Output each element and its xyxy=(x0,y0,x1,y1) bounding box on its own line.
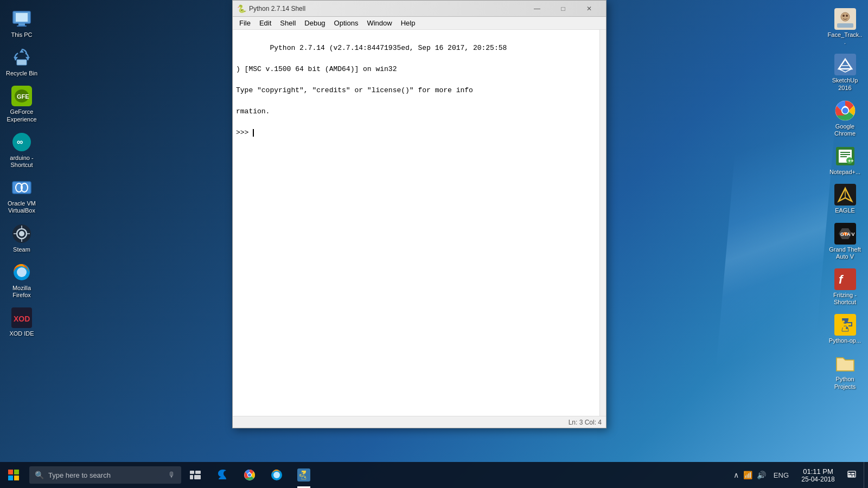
output-line3: Type "copyright", "credits" or "license(… xyxy=(236,86,473,94)
desktop-icon-steam[interactable]: Steam xyxy=(2,220,42,256)
svg-point-42 xyxy=(843,320,845,323)
desktop-icon-this-pc[interactable]: This PC xyxy=(2,5,42,41)
volume-icon[interactable]: 🔊 xyxy=(757,471,766,479)
notepad-icon: ++ xyxy=(834,145,856,167)
menu-window[interactable]: Window xyxy=(362,18,396,28)
oracle-icon xyxy=(11,177,33,198)
menu-options[interactable]: Options xyxy=(330,18,363,28)
svg-text:GTA V: GTA V xyxy=(840,232,855,237)
menu-shell[interactable]: Shell xyxy=(276,18,300,28)
task-view-button[interactable] xyxy=(183,462,207,488)
svg-rect-48 xyxy=(190,471,194,474)
window-statusbar: Ln: 3 Col: 4 xyxy=(233,416,606,428)
fritzing-label: Fritzing - Shortcut xyxy=(827,292,863,306)
svg-rect-49 xyxy=(195,471,201,474)
desktop-icon-geforce[interactable]: GFE GeForce Experience xyxy=(2,82,42,125)
chrome-label: Google Chrome xyxy=(827,123,863,137)
svg-point-28 xyxy=(842,107,848,113)
menu-edit[interactable]: Edit xyxy=(255,18,276,28)
cursor xyxy=(253,129,254,137)
fritzing-icon: f xyxy=(834,268,856,290)
desktop-icon-fritzing[interactable]: f Fritzing - Shortcut xyxy=(825,266,865,309)
svg-point-14 xyxy=(19,231,24,236)
svg-rect-47 xyxy=(14,476,19,480)
menu-debug[interactable]: Debug xyxy=(300,18,329,28)
google-chrome-icon xyxy=(834,100,856,121)
taskbar-chrome[interactable] xyxy=(237,462,263,488)
svg-rect-3 xyxy=(17,25,27,27)
svg-rect-46 xyxy=(8,476,13,480)
clock-time: 01:11 PM xyxy=(803,467,833,476)
svg-text:++: ++ xyxy=(848,158,854,164)
svg-rect-44 xyxy=(8,470,13,474)
desktop-icon-arduino[interactable]: ∞ arduino - Shortcut xyxy=(2,129,42,171)
svg-rect-4 xyxy=(17,60,27,65)
desktop-icon-gta[interactable]: GTA V Grand Theft Auto V xyxy=(825,220,865,263)
shell-output: Python 2.7.14 (v2.7.14:84471935ed, Sep 1… xyxy=(236,32,603,149)
gta-icon: GTA V xyxy=(834,223,856,245)
svg-text:XOD: XOD xyxy=(14,314,30,323)
svg-rect-39 xyxy=(834,268,856,290)
left-icons-container: This PC Recycle Bin xyxy=(0,0,43,462)
taskbar-edge[interactable] xyxy=(209,462,235,488)
taskbar-clock[interactable]: 01:11 PM 25-04-2018 xyxy=(796,462,840,488)
menu-help[interactable]: Help xyxy=(397,18,420,28)
desktop-icon-python-projects[interactable]: Python Projects xyxy=(825,350,865,393)
desktop-icon-notepad[interactable]: ++ Notepad+... xyxy=(825,143,865,178)
sketchup-icon xyxy=(834,54,856,75)
taskbar-firefox[interactable] xyxy=(264,462,290,488)
network-icon[interactable]: 📶 xyxy=(743,471,752,479)
svg-point-58 xyxy=(302,472,303,473)
svg-rect-45 xyxy=(14,470,19,474)
desktop-icon-chrome[interactable]: Google Chrome xyxy=(825,97,865,140)
language-indicator[interactable]: ENG xyxy=(770,471,792,479)
show-desktop-button[interactable] xyxy=(864,462,868,488)
output-line2: ) [MSC v.1500 64 bit (AMD64)] on win32 xyxy=(236,65,397,73)
minimize-button[interactable]: — xyxy=(525,3,550,14)
window-content[interactable]: Python 2.7.14 (v2.7.14:84471935ed, Sep 1… xyxy=(233,30,606,416)
taskbar-python[interactable] xyxy=(291,462,317,488)
svg-rect-32 xyxy=(840,154,850,155)
desktop-icon-xod[interactable]: XOD XOD IDE xyxy=(2,304,42,340)
recycle-label: Recycle Bin xyxy=(6,70,37,77)
taskbar: 🔍 Type here to search 🎙 xyxy=(0,462,868,488)
start-button[interactable] xyxy=(0,462,27,488)
desktop-icon-sketchup[interactable]: SketchUp 2016 xyxy=(825,51,865,94)
desktop-icon-python-op[interactable]: Python-op... xyxy=(825,311,865,347)
arduino-label: arduino - Shortcut xyxy=(4,155,40,169)
desktop-icon-eagle[interactable]: EAGLE xyxy=(825,181,865,217)
svg-rect-2 xyxy=(18,23,25,25)
desktop-icon-oracle[interactable]: Oracle VM VirtualBox xyxy=(2,174,42,217)
menu-file[interactable]: File xyxy=(235,18,255,28)
desktop-icon-firefox[interactable]: Mozilla Firefox xyxy=(2,259,42,301)
svg-rect-64 xyxy=(851,473,854,474)
svg-rect-1 xyxy=(16,13,28,22)
svg-text:GFE: GFE xyxy=(17,93,29,100)
idle-window[interactable]: 🐍 Python 2.7.14 Shell — □ ✕ File Edit Sh… xyxy=(232,0,607,428)
svg-rect-62 xyxy=(852,475,854,477)
maximize-button[interactable]: □ xyxy=(551,3,576,14)
scrollbar[interactable] xyxy=(599,30,606,416)
python-op-label: Python-op... xyxy=(829,337,861,344)
notification-button[interactable] xyxy=(840,462,864,488)
svg-rect-63 xyxy=(848,473,851,474)
svg-rect-41 xyxy=(834,314,856,336)
desktop-icon-face-track[interactable]: Face_Track... xyxy=(825,5,865,48)
close-button[interactable]: ✕ xyxy=(577,3,602,14)
xod-label: XOD IDE xyxy=(9,330,34,337)
taskbar-search-box[interactable]: 🔍 Type here to search 🎙 xyxy=(29,466,181,484)
mic-icon: 🎙 xyxy=(168,471,176,479)
tray-expand-icon[interactable]: ∧ xyxy=(733,471,739,479)
face-track-icon xyxy=(834,8,856,30)
desktop-icon-recycle[interactable]: Recycle Bin xyxy=(2,44,42,80)
svg-point-56 xyxy=(273,472,280,478)
oracle-label: Oracle VM VirtualBox xyxy=(4,200,40,214)
tray-icons: ∧ 📶 🔊 ENG xyxy=(729,471,796,479)
right-icons-container: Face_Track... SketchUp 2016 xyxy=(822,0,868,462)
window-title: Python 2.7.14 Shell xyxy=(249,5,525,12)
sketchup-label: SketchUp 2016 xyxy=(827,77,863,91)
window-titlebar[interactable]: 🐍 Python 2.7.14 Shell — □ ✕ xyxy=(233,1,606,17)
gta-label: Grand Theft Auto V xyxy=(827,246,863,260)
svg-point-54 xyxy=(248,473,251,477)
face-track-label: Face_Track... xyxy=(827,31,863,46)
